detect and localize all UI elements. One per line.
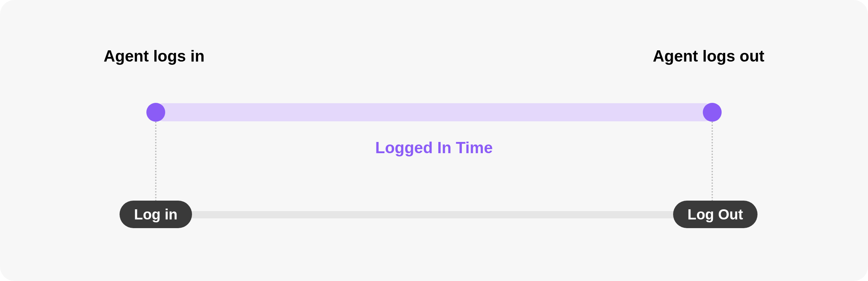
diagram-canvas: Agent logs in Agent logs out Logged In T… [0, 0, 868, 281]
event-end-label: Agent logs out [653, 47, 764, 65]
timeline-segment-label: Logged In Time [0, 139, 868, 157]
action-pill-logout: Log Out [673, 201, 758, 228]
timeline-segment-logged-in [154, 103, 714, 121]
timeline-start-dot-icon [146, 103, 165, 122]
event-start-label: Agent logs in [104, 47, 205, 65]
action-pill-login: Log in [120, 201, 192, 228]
action-track [156, 211, 712, 218]
connector-start [155, 122, 157, 210]
connector-end [711, 122, 713, 210]
timeline-end-dot-icon [703, 103, 722, 122]
